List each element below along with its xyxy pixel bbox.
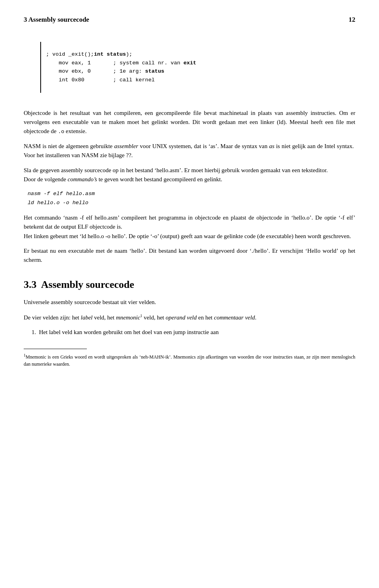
section-title-text: Assembly sourcecode	[41, 279, 134, 290]
code-block-1: ; void _exit();int status); mov eax, 1 ;…	[24, 33, 355, 101]
paragraph-6: Universele assembly sourcecode bestaat u…	[24, 298, 355, 307]
paragraph-5: Er bestaat nu een executable met de naam…	[24, 246, 355, 265]
paragraph-7: De vier velden zijn: het label veld, het…	[24, 313, 355, 322]
italic-assembler: assembler	[114, 143, 138, 149]
paragraph-2: NASM is niet de algemeen gebruikte assem…	[24, 142, 355, 160]
code-block-inner: ; void _exit();int status); mov eax, 1 ;…	[40, 42, 196, 93]
ld-cmd-line: ld hello.o -o hello	[28, 199, 355, 208]
paragraph-1: Objectcode is het resultaat van het comp…	[24, 109, 355, 136]
code-line-1: ; void _exit();int status);	[46, 51, 132, 57]
italic-commentaar: commentaar veld	[214, 314, 255, 321]
chapter-title: 3 Assembly sourcecode	[24, 16, 89, 24]
code-line-3: mov ebx, 0 ; 1e arg: status	[46, 68, 164, 74]
section-heading: 3.3 Assembly sourcecode	[24, 279, 355, 291]
section-number: 3.3	[24, 279, 37, 290]
italic-commando: commando’s	[68, 176, 97, 182]
code-line-4: int 0x80 ; call kernel	[46, 77, 154, 83]
paragraph-3: Sla de gegeven assembly sourcecode op in…	[24, 166, 355, 184]
paragraph-4: Het commando ‘nasm -f elf hello.asm’ com…	[24, 213, 355, 241]
page-header: 3 Assembly sourcecode 12	[24, 16, 355, 24]
code-line-2: mov eax, 1 ; system call nr. van exit	[46, 60, 196, 66]
footnote-marker-1: 1	[24, 353, 26, 357]
footnote-ref-1: 1	[140, 314, 142, 318]
list-item-1: 1. Het label veld kan worden gebruikt om…	[24, 328, 355, 337]
nasm-commands: nasm -f elf hello.asm ld hello.o -o hell…	[24, 190, 355, 208]
page: 3 Assembly sourcecode 12 ; void _exit();…	[0, 0, 379, 588]
inline-code-o: .o	[58, 129, 64, 135]
footnote-text: 1Mnemonic is een Grieks woord en wordt u…	[24, 352, 355, 368]
italic-as: as	[269, 143, 274, 149]
nasm-cmd-line: nasm -f elf hello.asm	[28, 190, 355, 199]
italic-operand: operand veld	[166, 314, 197, 321]
page-number: 12	[349, 16, 355, 24]
italic-label: label	[81, 314, 93, 321]
footnote-divider	[24, 349, 87, 349]
italic-mnemonic: mnemonic	[116, 314, 141, 321]
